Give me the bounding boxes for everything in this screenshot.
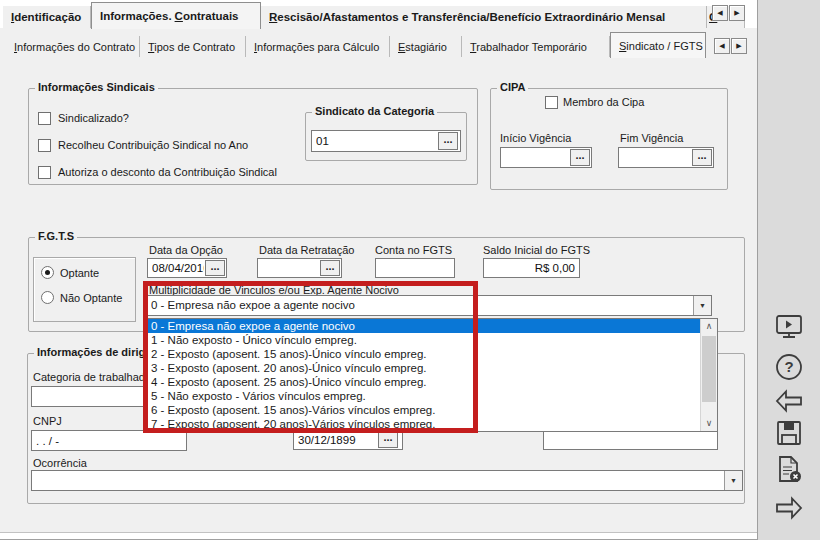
data-retratacao-date-button[interactable]: ... bbox=[320, 260, 340, 276]
tab-label: Informações do Contrato bbox=[14, 41, 135, 53]
ocorrencia-value bbox=[36, 471, 722, 490]
autoriza-desconto-label: Autoriza o desconto da Contribuição Sind… bbox=[58, 165, 277, 179]
chevron-down-icon[interactable]: ▼ bbox=[724, 471, 742, 490]
dropdown-option[interactable]: 2 - Exposto (aposent. 15 anos)-Único vín… bbox=[147, 347, 700, 361]
tab-rescisao-afastamentos[interactable]: Rescisão/Afastamentos e Transferência/Be… bbox=[261, 6, 707, 28]
left-arrow-icon: ◀ bbox=[717, 9, 722, 16]
dropdown-option[interactable]: 0 - Empresa não expoe a agente nocivo bbox=[147, 319, 700, 333]
bottom-divider bbox=[0, 532, 757, 533]
conta-fgts-input[interactable] bbox=[375, 258, 455, 278]
tab-identificacao[interactable]: Identificação bbox=[3, 6, 91, 28]
tab-label: Informações para Cálculo bbox=[254, 41, 379, 53]
dropdown-option[interactable]: 3 - Exposto (aposent. 20 anos)-Único vín… bbox=[147, 361, 700, 375]
ellipsis-icon: ... bbox=[383, 431, 392, 443]
forward-arrow-icon[interactable] bbox=[773, 492, 805, 524]
tab-informacoes-para-calculo[interactable]: Informações para Cálculo bbox=[246, 36, 390, 57]
optante-label: Optante bbox=[60, 266, 99, 280]
saldo-inicial-input[interactable] bbox=[483, 258, 580, 278]
svg-text:?: ? bbox=[784, 358, 793, 375]
dropdown-option[interactable]: 1 - Não exposto - Único vínculo empreg. bbox=[147, 333, 700, 347]
group-title: Sindicato da Categoria bbox=[312, 105, 437, 117]
tab-estagiario[interactable]: Estagiário bbox=[390, 36, 462, 57]
membro-cipa-checkbox[interactable] bbox=[545, 96, 558, 109]
sindicato-categoria-lookup-button[interactable]: ... bbox=[438, 132, 458, 150]
tab-sindicato-fgts[interactable]: Sindicato / FGTS bbox=[610, 32, 706, 58]
monitor-play-icon[interactable] bbox=[773, 310, 805, 342]
dirigente-extra-input[interactable] bbox=[543, 429, 718, 450]
tab-label: Trabalhador Temporário bbox=[470, 41, 587, 53]
scroll-up-icon[interactable]: ∧ bbox=[701, 319, 717, 334]
membro-cipa-label: Membro da Cipa bbox=[563, 95, 644, 109]
data-opcao-label: Data da Opção bbox=[149, 243, 223, 257]
data-opcao-date-button[interactable]: ... bbox=[205, 260, 225, 276]
scroll-down-icon[interactable]: ∨ bbox=[701, 416, 717, 431]
recolheu-contribuicao-label: Recolheu Contribuição Sindical no Ano bbox=[58, 138, 248, 152]
ocorrencia-combobox[interactable]: ▼ bbox=[31, 470, 743, 491]
right-arrow-icon: ▶ bbox=[736, 42, 741, 49]
inicio-vigencia-date-button[interactable]: ... bbox=[570, 149, 590, 166]
fim-vigencia-label: Fim Vigência bbox=[620, 131, 683, 145]
cnpj-input[interactable] bbox=[31, 430, 187, 451]
ellipsis-icon: ... bbox=[575, 149, 584, 161]
group-title: F.G.T.S bbox=[35, 230, 77, 242]
scrollbar-thumb[interactable] bbox=[702, 336, 716, 402]
data-retratacao-label: Data da Retratação bbox=[259, 243, 354, 257]
tab-scroll-right-button[interactable]: ▶ bbox=[729, 5, 745, 21]
ellipsis-icon: ... bbox=[325, 260, 334, 272]
ocorrencia-label: Ocorrência bbox=[33, 456, 87, 470]
nao-optante-radio[interactable] bbox=[41, 291, 54, 304]
dropdown-option[interactable]: 4 - Exposto (aposent. 25 anos)-Único vín… bbox=[147, 375, 700, 389]
tab-label: Rescisão/Afastamentos e Transferência/Be… bbox=[269, 11, 665, 23]
right-arrow-icon: ▶ bbox=[734, 9, 739, 16]
ellipsis-icon: ... bbox=[443, 133, 452, 145]
group-title: Informações de dirig bbox=[34, 346, 148, 358]
tab-trabalhador-temporario[interactable]: Trabalhador Temporário bbox=[462, 36, 610, 57]
saldo-inicial-label: Saldo Inicial do FGTS bbox=[483, 243, 590, 257]
left-arrow-icon: ◀ bbox=[719, 42, 724, 49]
ellipsis-icon: ... bbox=[697, 149, 706, 161]
recolheu-contribuicao-checkbox[interactable] bbox=[38, 139, 51, 152]
tab-label: Informações. bbox=[100, 10, 172, 22]
tab-informacoes-do-contrato[interactable]: Informações do Contrato bbox=[6, 36, 140, 57]
tab-label: Tipos de Contrato bbox=[148, 41, 235, 53]
back-arrow-icon[interactable] bbox=[773, 385, 805, 417]
tab-informacoes-contratuais[interactable]: Informações. Contratuais bbox=[91, 2, 261, 29]
tab-label: Identificação bbox=[11, 11, 81, 23]
dirigente-date-button[interactable]: ... bbox=[378, 431, 398, 448]
multiplicidade-combobox[interactable]: 0 - Empresa não expoe a agente nocivo ▼ bbox=[146, 295, 712, 316]
dropdown-option[interactable]: 5 - Não exposto - Vários vínculos empreg… bbox=[147, 389, 700, 403]
dropdown-option[interactable]: 7 - Exposto (aposent. 20 anos)-Vários ví… bbox=[147, 417, 700, 431]
multiplicidade-value: 0 - Empresa não expoe a agente nocivo bbox=[151, 296, 691, 315]
cnpj-label: CNPJ bbox=[33, 414, 62, 428]
tab-label: Contratuais bbox=[175, 10, 239, 22]
tab-scroll-left-button[interactable]: ◀ bbox=[714, 38, 730, 54]
multiplicidade-dropdown-list: 0 - Empresa não expoe a agente nocivo 1 … bbox=[146, 318, 718, 432]
categoria-trabalhador-label: Categoria de trabalhad bbox=[33, 370, 145, 384]
right-toolbar: ? bbox=[757, 0, 820, 540]
tab-label: Estagiário bbox=[398, 41, 447, 53]
dropdown-scrollbar[interactable]: ∧ ∨ bbox=[700, 319, 717, 431]
group-title: Informações Sindicais bbox=[35, 81, 158, 93]
sindicalizado-label: Sindicalizado? bbox=[58, 111, 129, 125]
help-icon[interactable]: ? bbox=[773, 351, 805, 383]
application-window: Identificação Informações. Contratuais R… bbox=[0, 0, 820, 540]
group-title: CIPA bbox=[497, 81, 528, 93]
tab-scroll-right-button[interactable]: ▶ bbox=[731, 38, 747, 54]
autoriza-desconto-checkbox[interactable] bbox=[38, 166, 51, 179]
save-icon[interactable] bbox=[773, 417, 805, 449]
tab-label: Sindicato / FGTS bbox=[619, 40, 703, 52]
dropdown-option[interactable]: 6 - Exposto (aposent. 15 anos)-Vários ví… bbox=[147, 403, 700, 417]
sindicalizado-checkbox[interactable] bbox=[38, 112, 51, 125]
tab-tipos-de-contrato[interactable]: Tipos de Contrato bbox=[140, 36, 246, 57]
ellipsis-icon: ... bbox=[210, 260, 219, 272]
chevron-down-icon[interactable]: ▼ bbox=[693, 296, 711, 315]
conta-fgts-label: Conta no FGTS bbox=[375, 243, 452, 257]
optante-radio[interactable] bbox=[41, 266, 54, 279]
fim-vigencia-date-button[interactable]: ... bbox=[692, 149, 712, 166]
inicio-vigencia-label: Início Vigência bbox=[500, 131, 571, 145]
discard-document-icon[interactable] bbox=[773, 453, 805, 485]
tab-scroll-left-button[interactable]: ◀ bbox=[712, 5, 728, 21]
nao-optante-label: Não Optante bbox=[60, 291, 122, 305]
